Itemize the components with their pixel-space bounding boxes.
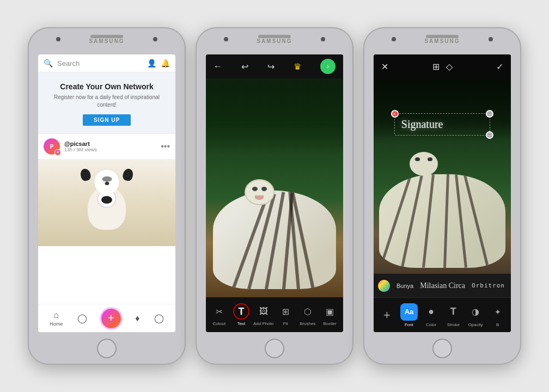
phone-1-bottom [28, 332, 186, 365]
tiger-image-2: ✕ ↔ ↔ Signature [374, 78, 511, 273]
camera-right-1 [153, 37, 157, 41]
speaker-bar-2 [258, 35, 291, 38]
tiger-head-2 [410, 152, 438, 176]
add-icon: + [108, 312, 114, 324]
tool-add[interactable]: + [376, 307, 398, 324]
tool-stroke[interactable]: T Stroke [442, 303, 464, 327]
nav-search-icon: ◯ [77, 313, 87, 323]
nav-profile[interactable]: ◯ [154, 313, 164, 323]
phone-2-top: SAMSUNG [196, 27, 353, 54]
camera-left-1 [56, 37, 60, 41]
tool-brushes[interactable]: ⬡ Brushes [297, 303, 319, 326]
s4 [443, 174, 449, 268]
stroke-label: Stroke [447, 322, 460, 327]
speaker-bar-3 [426, 35, 459, 38]
profile-nav-icon: ◯ [154, 313, 164, 323]
brushes-label: Brushes [300, 321, 315, 326]
tool-more[interactable]: ✦ B [487, 303, 509, 327]
s6 [464, 175, 489, 267]
phone-3-content: ✕ ⊞ ◇ ✓ [374, 54, 511, 332]
nav-home[interactable]: ⌂ Home [50, 310, 63, 327]
tiger-eye-left [252, 187, 258, 191]
phone-3: SAMSUNG ✕ ⊞ ◇ ✓ [363, 27, 521, 365]
confirm-button[interactable]: ✓ [496, 62, 503, 72]
post-time: 13h / 9M views [64, 147, 161, 152]
header-icons: 👤 🔔 [147, 59, 170, 68]
border-label: Border [324, 321, 337, 326]
tiger-head [245, 179, 274, 205]
eraser-icon[interactable]: ◇ [446, 62, 453, 72]
tool-text[interactable]: T Text [230, 303, 252, 326]
layers-icon[interactable]: ⊞ [432, 62, 440, 72]
dog-head [95, 170, 119, 194]
home-hardware-button-3[interactable] [432, 339, 452, 358]
editor-canvas [206, 78, 343, 297]
trophy-icon: ♦ [135, 314, 139, 323]
tool-color[interactable]: ● Color [420, 303, 442, 327]
profile-icon[interactable]: 👤 [147, 59, 156, 68]
signup-banner: Create Your Own Network Register now for… [38, 72, 175, 134]
fit-icon: ⊞ [277, 303, 294, 320]
signup-button[interactable]: SIGN UP [83, 114, 131, 126]
cutout-label: Cutout [213, 321, 226, 326]
t-eye-l [415, 157, 420, 161]
handle-tl[interactable]: ✕ [391, 110, 399, 118]
tool-add-photo[interactable]: 🖼 Add Photo [253, 303, 274, 326]
camera-right-2 [321, 37, 325, 41]
tool-opacity[interactable]: ◑ Opacity [465, 303, 486, 327]
avatar-badge: ✦ [54, 149, 61, 156]
tiger-stripes-2 [379, 174, 505, 268]
tiger-stripes [213, 191, 337, 289]
next-button[interactable]: › [320, 59, 335, 74]
add-button[interactable]: + [101, 309, 121, 328]
foliage-top [206, 78, 343, 155]
more-options-icon[interactable]: ••• [161, 142, 170, 151]
more-label: B [496, 322, 499, 327]
undo-button[interactable]: ↩ [241, 62, 248, 72]
home-icon: ⌂ [53, 310, 59, 320]
text-editor-canvas: ✕ ↔ ↔ Signature [374, 78, 511, 273]
navigation-bar: ⌂ Home ◯ + ♦ ◯ [38, 304, 175, 332]
close-button[interactable]: ✕ [381, 62, 388, 72]
post-image [38, 159, 175, 246]
phone-2-screen: ← ↩ ↪ ♛ › [206, 54, 343, 332]
text-icon: T [233, 303, 249, 320]
back-button[interactable]: ← [213, 62, 222, 71]
tool-cutout[interactable]: ✂ Cutout [208, 303, 230, 326]
tiger-eye-right [261, 187, 267, 191]
s5 [455, 174, 467, 267]
font-label: Font [405, 322, 413, 327]
nav-search[interactable]: ◯ [77, 313, 87, 323]
banner-subtitle: Register now for a daily feed of inspira… [46, 94, 168, 109]
avatar: P ✦ [44, 138, 60, 155]
font-option-milasian[interactable]: Milasian Circa [420, 281, 465, 290]
phone-3-screen: ✕ ⊞ ◇ ✓ [374, 54, 511, 332]
tool-border[interactable]: ▣ Border [319, 303, 341, 326]
dog-photo [38, 159, 175, 246]
brand-label-3: SAMSUNG [424, 38, 460, 44]
text-editor-toolbar: ✕ ⊞ ◇ ✓ [374, 54, 511, 78]
notification-icon[interactable]: 🔔 [161, 59, 170, 68]
tool-fit[interactable]: ⊞ Fit [274, 303, 296, 326]
color-label: Color [426, 322, 436, 327]
font-option-bunya[interactable]: Bunya [396, 283, 413, 289]
s3 [422, 174, 435, 267]
more-icon: ✦ [489, 303, 507, 321]
redo-button[interactable]: ↪ [267, 62, 274, 72]
crown-icon: ♛ [294, 62, 301, 72]
post-username: @picsart [64, 140, 161, 147]
font-selector-bar: Bunya Milasian Circa Orbitron [374, 273, 511, 297]
nav-trophy[interactable]: ♦ [135, 314, 139, 323]
signature-text[interactable]: Signature [401, 118, 483, 131]
home-hardware-button-1[interactable] [97, 339, 117, 358]
phone-2-content: ← ↩ ↪ ♛ › [206, 54, 343, 332]
search-input[interactable]: Search [57, 59, 143, 68]
tool-font[interactable]: Aa Font [398, 303, 420, 327]
toolbar-center-icons: ⊞ ◇ [432, 62, 453, 72]
home-hardware-button-2[interactable] [265, 339, 284, 358]
signature-container[interactable]: ✕ ↔ ↔ Signature [394, 113, 490, 136]
phone-1-top: SAMSUNG [28, 27, 186, 54]
font-option-orbitron[interactable]: Orbitron [472, 282, 505, 289]
phone-1-screen: 🔍 Search 👤 🔔 Create Your Own Network Reg… [38, 54, 175, 332]
phone-1-content: 🔍 Search 👤 🔔 Create Your Own Network Reg… [38, 54, 175, 332]
